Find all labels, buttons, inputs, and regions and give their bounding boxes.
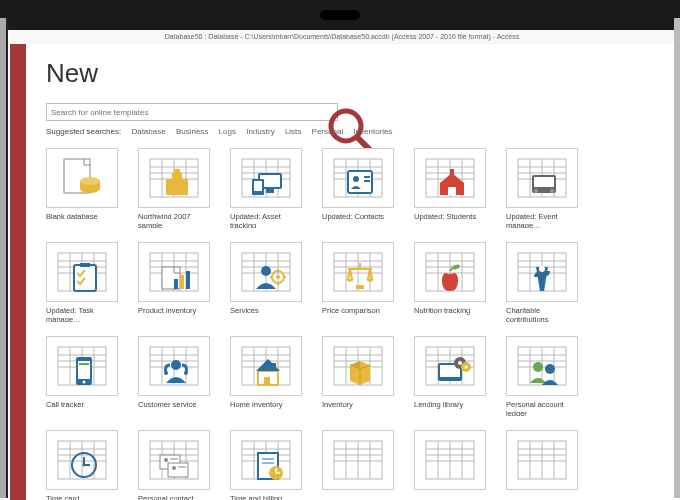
template-tile-services[interactable]: Services [230,242,302,322]
template-thumb [46,336,118,396]
template-tile-pcontact[interactable]: Personal contact manager [138,430,210,500]
page-title: New [46,58,664,89]
template-caption: Product inventory [138,306,210,322]
template-caption: Personal account ledger [506,400,578,416]
inventory-icon [328,341,388,391]
template-caption: Time and billing [230,494,302,500]
svg-point-179 [465,366,468,369]
svg-point-208 [164,458,168,462]
template-caption: Time card [46,494,118,500]
template-tile-extra3[interactable] [506,430,578,500]
template-tile-ledger[interactable]: Personal account ledger [506,336,578,416]
template-thumb [414,148,486,208]
contacts-icon [328,153,388,203]
suggested-link[interactable]: Database [131,127,165,136]
svg-rect-27 [254,181,262,191]
svg-point-88 [261,266,271,276]
template-tile-extra2[interactable] [414,430,486,500]
lending-icon [420,341,480,391]
search-input[interactable] [51,108,321,117]
template-tile-timebill[interactable]: Time and billing [230,430,302,500]
template-thumb [414,336,486,396]
svg-point-144 [164,371,168,375]
template-caption: Updated: Event manage… [506,212,578,228]
svg-rect-58 [534,177,554,187]
product-icon [144,247,204,297]
window-titlebar: Database50 : Database - C:\Users\mbarr\D… [10,30,674,44]
suggested-link[interactable]: Business [176,127,208,136]
template-tile-call[interactable]: Call tracker [46,336,118,416]
template-thumb [414,242,486,302]
template-tile-contacts[interactable]: Updated: Contacts [322,148,394,228]
template-tile-lending[interactable]: Lending library [414,336,486,416]
template-tile-price[interactable]: Price comparison [322,242,394,322]
template-caption: Services [230,306,302,322]
template-tile-asset[interactable]: Updated: Asset tracking [230,148,302,228]
timecard-icon [52,435,112,485]
template-caption: Charitable contributions [506,306,578,322]
template-thumb [230,430,302,490]
svg-rect-108 [356,285,364,289]
template-search[interactable] [46,103,338,121]
device-right-edge [674,18,680,498]
svg-rect-210 [168,463,188,477]
template-thumb [506,242,578,302]
device-left-edge [0,18,8,498]
template-tile-nutrition[interactable]: Nutrition tracking [414,242,486,322]
template-thumb [138,242,210,302]
northwind-icon [144,153,204,203]
template-thumb [414,430,486,490]
template-tile-northwind[interactable]: Northwind 2007 sample [138,148,210,228]
template-thumb [230,148,302,208]
template-tile-timecard[interactable]: Time card [46,430,118,500]
template-tile-task[interactable]: Updated: Task manage… [46,242,118,322]
template-tile-extra1[interactable] [322,430,394,500]
students-icon [420,153,480,203]
svg-point-143 [171,360,181,370]
template-tile-product[interactable]: Product inventory [138,242,210,322]
svg-rect-79 [180,275,184,289]
home-icon [236,341,296,391]
template-caption: Updated: Task manage… [46,306,118,322]
search-icon[interactable] [321,106,333,118]
template-caption: Price comparison [322,306,394,322]
template-thumb [138,430,210,490]
backstage-sidebar[interactable] [10,44,26,500]
template-caption: Lending library [414,400,486,416]
template-caption: Inventory [322,400,394,416]
svg-rect-155 [264,377,270,385]
template-tile-inventory[interactable]: Inventory [322,336,394,416]
svg-rect-69 [80,263,90,267]
svg-rect-80 [186,271,190,289]
template-thumb [138,148,210,208]
template-tile-charity[interactable]: Charitable contributions [506,242,578,322]
template-thumb [322,430,394,490]
svg-rect-48 [448,187,456,195]
template-thumb [506,336,578,396]
template-caption: Updated: Students [414,212,486,228]
template-tile-customer[interactable]: Customer service [138,336,210,416]
template-tile-event[interactable]: Updated: Event manage… [506,148,578,228]
charity-icon [512,247,572,297]
template-tile-blank[interactable]: Blank database [46,148,118,228]
template-tile-home[interactable]: Home inventory [230,336,302,416]
suggested-link[interactable]: Inventories [353,127,392,136]
suggested-link[interactable]: Personal [312,127,344,136]
template-thumb [138,336,210,396]
suggested-link[interactable]: Lists [285,127,301,136]
svg-point-5 [80,177,100,185]
suggested-link[interactable]: Industry [246,127,274,136]
template-caption [414,494,486,500]
svg-point-145 [184,371,188,375]
device-camera [320,10,360,20]
svg-point-199 [83,464,86,467]
svg-point-187 [533,362,543,372]
suggested-link[interactable]: Logs [219,127,236,136]
template-thumb [46,242,118,302]
nutrition-icon [420,247,480,297]
template-tile-students[interactable]: Updated: Students [414,148,486,228]
suggested-searches: Suggested searches: Database Business Lo… [46,127,664,136]
template-thumb [322,148,394,208]
template-caption: Blank database [46,212,118,228]
template-thumb [230,242,302,302]
